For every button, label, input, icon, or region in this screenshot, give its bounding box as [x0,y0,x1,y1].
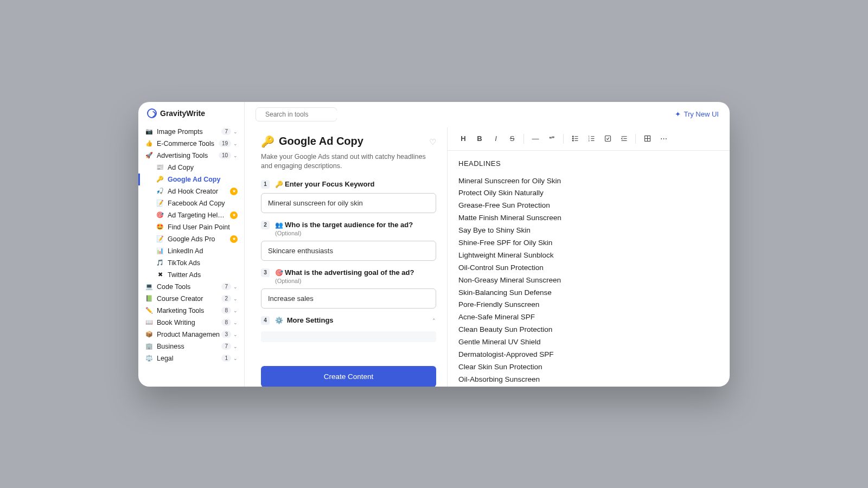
bullet-list-button[interactable] [568,132,582,146]
item-icon: ✖ [156,271,164,278]
svg-rect-14 [605,136,610,142]
premium-badge: ★ [230,211,238,219]
heading-button[interactable]: H [456,132,470,146]
headlines-list: Mineral Sunscreen for Oily SkinProtect O… [458,176,719,387]
headline-item: Non-Greasy Mineral Sunscreen [458,275,719,286]
field-number: 4 [261,316,270,325]
item-label: Google Ads Pro [168,235,230,243]
bold-button[interactable]: B [473,132,487,146]
quote-button[interactable]: ❝❞ [545,132,559,146]
category-label: E-Commerce Tools [157,140,219,147]
count-badge: 2 [221,295,231,302]
search-input[interactable] [265,111,347,118]
chevron-down-icon: ⌄ [233,296,238,301]
field-label: 👥Who is the target audience for the ad? [275,221,413,229]
sidebar-item[interactable]: 🎣 Ad Hook Creator ★ [148,185,244,197]
category-icon: 📖 [145,319,154,326]
logo-icon [147,108,157,118]
headline-item: Shine-Free SPF for Oily Skin [458,238,719,248]
sidebar-category[interactable]: 📦 Product Managemen 3 ⌄ [138,329,244,341]
more-settings-toggle[interactable]: 4 ⚙️ More Settings ⌃ [261,316,436,325]
sidebar-category[interactable]: ⚖️ Legal 1 ⌄ [138,352,244,364]
sidebar-item[interactable]: 🎵 TikTok Ads [148,257,244,269]
content-split: 🔑 Google Ad Copy ♡ Make your Google Ads … [245,127,730,387]
item-label: Facebook Ad Copy [168,200,238,207]
sidebar-nav: 📷 Image Prompts 7 ⌄👍 E-Commerce Tools 19… [138,125,244,387]
checklist-button[interactable] [601,132,615,146]
sidebar-category[interactable]: 🏢 Business 7 ⌄ [138,341,244,352]
count-badge: 10 [219,152,231,159]
outdent-button[interactable] [617,132,631,146]
field-input[interactable] [261,241,436,261]
gear-icon: ⚙️ [275,317,283,324]
field-number: 1 [261,180,270,189]
field-number: 3 [261,268,270,277]
chevron-down-icon: ⌄ [233,153,238,158]
chevron-down-icon: ⌄ [233,332,238,337]
item-label: Ad Targeting Hel… [168,211,230,219]
sidebar-category[interactable]: 📖 Book Writing 8 ⌄ [138,317,244,329]
item-label: Google Ad Copy [168,176,238,183]
headline-item: Oil-Control Sun Protection [458,263,719,273]
category-icon: 🏢 [145,343,154,350]
category-label: Course Creator [157,295,221,303]
hr-button[interactable]: — [528,132,542,146]
toolbar-separator [524,134,524,144]
sidebar-category[interactable]: 👍 E-Commerce Tools 19 ⌄ [138,138,244,150]
chevron-down-icon: ⌄ [233,356,238,361]
sidebar-category[interactable]: 📗 Course Creator 2 ⌄ [138,293,244,305]
chevron-down-icon: ⌄ [233,284,238,290]
sidebar-category[interactable]: 📷 Image Prompts 7 ⌄ [138,126,244,138]
item-icon: 🎯 [156,211,164,219]
sidebar-category[interactable]: 💻 Code Tools 7 ⌄ [138,281,244,293]
headline-item: Clear Skin Sun Protection [458,362,719,373]
sidebar-item[interactable]: 🤩 Find User Pain Point [148,221,244,233]
headline-item: Dermatologist-Approved SPF [458,350,719,360]
sidebar-item[interactable]: 📊 LinkedIn Ad [148,245,244,257]
sidebar-item[interactable]: 🎯 Ad Targeting Hel… ★ [148,209,244,221]
sidebar-item[interactable]: 🔑 Google Ad Copy [148,174,244,185]
italic-button[interactable]: I [489,132,503,146]
headline-item: Pore-Friendly Sunscreen [458,300,719,310]
numbered-list-button[interactable]: 123 [584,132,598,146]
toolbar-separator [635,134,636,144]
sidebar-item[interactable]: 📝 Google Ads Pro ★ [148,233,244,245]
output-heading: HEADLINES [458,159,719,168]
sidebar-category[interactable]: 🚀 Advertising Tools 10 ⌄ [138,150,244,162]
create-content-button[interactable]: Create Content [261,366,436,387]
brand-logo[interactable]: GravityWrite [138,102,244,125]
count-badge: 8 [221,307,231,314]
svg-text:3: 3 [588,139,590,142]
count-badge: 1 [221,355,231,362]
headline-item: Grease-Free Sun Protection [458,201,719,211]
sidebar-item[interactable]: ✖ Twitter Ads [148,269,244,281]
try-new-ui-link[interactable]: ✦ Try New UI [675,110,719,118]
field-number: 2 [261,221,270,229]
sidebar: GravityWrite 📷 Image Prompts 7 ⌄👍 E-Comm… [138,102,245,387]
field-input[interactable] [261,193,436,213]
sidebar-item[interactable]: 📝 Facebook Ad Copy [148,197,244,209]
more-button[interactable]: ⋯ [656,132,671,146]
headline-item: Clean Beauty Sun Protection [458,325,719,335]
item-label: Ad Copy [168,164,238,171]
sidebar-item[interactable]: 📰 Ad Copy [148,162,244,174]
premium-badge: ★ [230,235,238,243]
try-new-ui-label: Try New UI [684,110,719,118]
count-badge: 8 [221,319,231,326]
chevron-down-icon: ⌄ [233,320,238,325]
strikethrough-button[interactable]: S [505,132,519,146]
field-input[interactable] [261,288,436,309]
headline-item: Skin-Balancing Sun Defense [458,288,719,298]
chevron-down-icon: ⌄ [233,308,238,313]
item-icon: 📊 [156,247,164,254]
headline-item: Gentle Mineral UV Shield [458,337,719,348]
sidebar-category[interactable]: ✏️ Marketing Tools 8 ⌄ [138,305,244,317]
item-icon: 🎣 [156,188,164,195]
count-badge: 7 [221,343,231,350]
favorite-icon[interactable]: ♡ [429,137,436,147]
form-fields: 1 🔑Enter your Focus Keyword 2 👥Who is th… [261,180,436,309]
search-box[interactable] [256,107,337,121]
count-badge: 3 [221,331,231,338]
category-label: Code Tools [157,283,221,291]
table-button[interactable] [640,132,654,146]
